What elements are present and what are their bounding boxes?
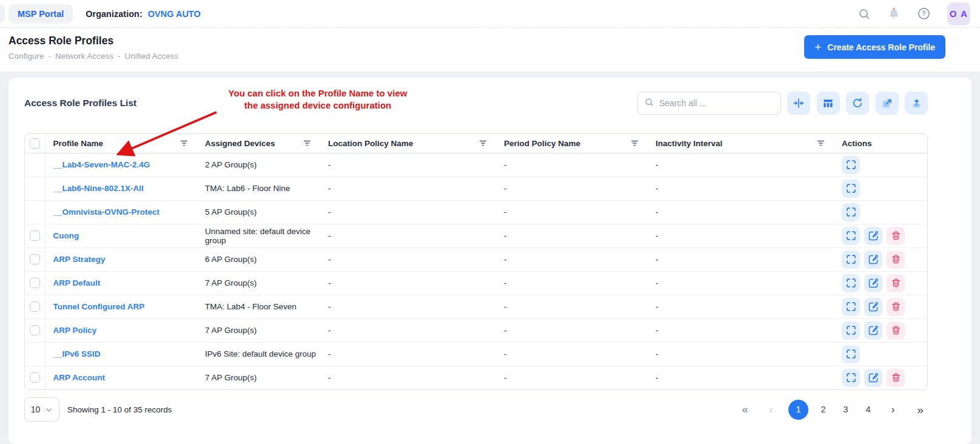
column-header-profile-name: Profile Name <box>45 134 197 153</box>
expand-row-button[interactable] <box>842 298 860 316</box>
edit-row-button[interactable] <box>864 298 882 316</box>
expand-icon <box>846 325 856 335</box>
profile-name-link[interactable]: ARP Strategy <box>53 255 106 264</box>
first-page-button[interactable]: « <box>737 400 753 420</box>
create-access-role-profile-button[interactable]: + Create Access Role Profile <box>804 35 945 59</box>
edit-row-button[interactable] <box>864 251 882 269</box>
row-checkbox[interactable] <box>30 254 40 264</box>
profile-name-link[interactable]: __Omnivista-OVNG-Protect <box>53 207 160 217</box>
profile-name-link[interactable]: __IPv6 SSID <box>53 349 101 358</box>
breadcrumb-separator: - <box>118 52 121 61</box>
profile-name-link[interactable]: Cuong <box>53 231 79 240</box>
previous-page-button[interactable]: ‹ <box>764 400 779 420</box>
expand-row-button[interactable] <box>842 251 860 269</box>
profile-name-cell: Tunnel Configured ARP <box>45 295 197 318</box>
expand-row-button[interactable] <box>842 345 860 363</box>
table-toolbar <box>787 92 928 115</box>
collapsed-sidebar-edge <box>0 4 5 23</box>
open-in-new-icon <box>881 98 893 109</box>
create-button-label: Create Access Role Profile <box>827 42 935 52</box>
breadcrumb-item[interactable]: Unified Access <box>125 52 179 61</box>
search-input[interactable] <box>659 98 774 108</box>
user-avatar[interactable]: O A <box>947 2 970 25</box>
row-checkbox-cell <box>25 247 45 271</box>
search-icon[interactable] <box>858 7 871 21</box>
last-page-button[interactable]: » <box>913 400 928 420</box>
page-number-button[interactable]: 4 <box>861 400 876 420</box>
open-in-new-button[interactable] <box>876 92 899 115</box>
edit-row-button[interactable] <box>864 227 882 245</box>
expand-row-button[interactable] <box>842 156 860 174</box>
access-role-profiles-card: Access Role Profiles List <box>8 78 972 444</box>
manage-columns-button[interactable] <box>817 92 840 115</box>
page-header: Access Role Profiles Configure-Network A… <box>0 28 980 72</box>
breadcrumb-item[interactable]: Network Access <box>55 52 113 61</box>
inactivity-interval-cell: - <box>648 342 834 366</box>
profile-name-link[interactable]: ARP Policy <box>53 326 97 335</box>
delete-row-button[interactable] <box>887 298 905 316</box>
notifications-bell-icon[interactable] <box>887 7 901 21</box>
filter-icon[interactable] <box>630 139 639 147</box>
row-checkbox-cell <box>25 200 45 224</box>
select-all-checkbox[interactable] <box>30 138 40 149</box>
table-row: __IPv6 SSIDIPv6 Site: default device gro… <box>25 342 927 366</box>
column-label: Assigned Devices <box>205 139 275 148</box>
profile-name-link[interactable]: ARP Account <box>53 373 106 382</box>
edit-row-button[interactable] <box>864 369 882 387</box>
expand-row-button[interactable] <box>842 180 860 198</box>
table-row: CuongUnnamed site: default device group-… <box>25 224 927 247</box>
edit-row-button[interactable] <box>864 274 882 292</box>
profile-name-link[interactable]: __Lab6-Nine-802.1X-All <box>53 184 144 193</box>
page-number-button[interactable]: 2 <box>816 400 831 420</box>
expand-row-button[interactable] <box>842 227 860 245</box>
edit-icon <box>868 254 879 265</box>
delete-row-button[interactable] <box>887 251 905 269</box>
help-icon[interactable]: ? <box>917 7 931 21</box>
organization-value-link[interactable]: OVNG AUTO <box>148 9 201 19</box>
actions-cell <box>834 153 927 177</box>
location-policy-cell: - <box>320 318 496 342</box>
period-policy-cell: - <box>496 247 648 271</box>
breadcrumb-item[interactable]: Configure <box>8 52 44 61</box>
expand-row-button[interactable] <box>842 369 860 387</box>
expand-row-button[interactable] <box>842 321 860 340</box>
row-checkbox[interactable] <box>30 325 40 335</box>
page-number-button[interactable]: 1 <box>788 400 808 420</box>
msp-portal-button[interactable]: MSP Portal <box>8 4 73 24</box>
delete-row-button[interactable] <box>887 227 905 245</box>
row-checkbox[interactable] <box>30 230 40 241</box>
actions-cell <box>834 200 927 224</box>
edit-row-button[interactable] <box>864 321 882 340</box>
edit-icon <box>868 230 879 241</box>
row-checkbox[interactable] <box>30 372 40 383</box>
collapse-columns-button[interactable] <box>787 92 810 115</box>
location-policy-cell: - <box>320 295 496 318</box>
filter-icon[interactable] <box>816 139 825 147</box>
expand-row-button[interactable] <box>842 203 860 221</box>
period-policy-cell: - <box>496 153 648 177</box>
profile-name-cell: ARP Default <box>45 271 197 295</box>
filter-icon[interactable] <box>478 139 488 147</box>
pagination: «‹1234›» <box>737 400 928 420</box>
delete-row-button[interactable] <box>887 274 905 292</box>
row-checkbox[interactable] <box>30 301 40 312</box>
profile-name-cell: __Lab4-Seven-MAC-2.4G <box>45 153 197 177</box>
delete-row-button[interactable] <box>887 321 905 340</box>
page-number-button[interactable]: 3 <box>838 400 853 420</box>
profile-name-link[interactable]: __Lab4-Seven-MAC-2.4G <box>53 160 150 169</box>
table-search-box[interactable] <box>637 92 781 115</box>
collapse-columns-icon <box>793 97 805 109</box>
profile-name-link[interactable]: ARP Default <box>53 278 101 288</box>
filter-icon[interactable] <box>180 139 189 147</box>
refresh-button[interactable] <box>846 92 869 115</box>
page-size-select[interactable]: 10 <box>24 397 59 422</box>
expand-icon <box>846 254 856 264</box>
profile-name-link[interactable]: Tunnel Configured ARP <box>53 302 145 311</box>
next-page-button[interactable]: › <box>885 400 901 420</box>
delete-row-button[interactable] <box>887 369 905 387</box>
expand-row-button[interactable] <box>842 274 860 292</box>
row-checkbox[interactable] <box>30 278 40 288</box>
filter-icon[interactable] <box>303 139 312 147</box>
delete-icon <box>891 325 901 335</box>
export-upload-button[interactable] <box>905 92 928 115</box>
